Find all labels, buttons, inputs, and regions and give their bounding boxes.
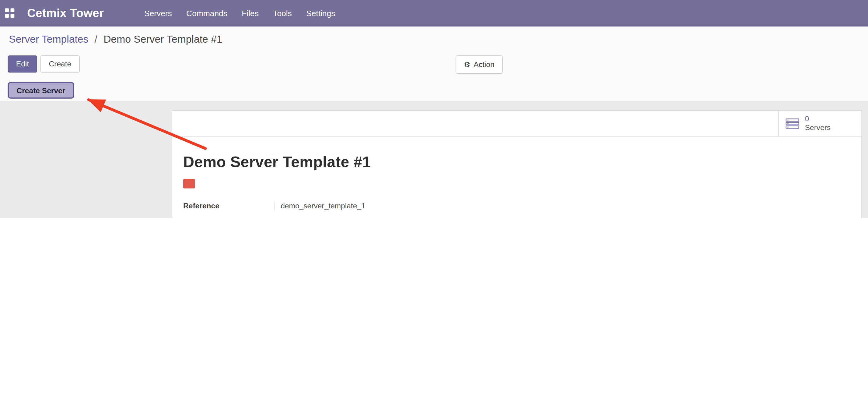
breadcrumb-current: Demo Server Template #1 <box>103 33 222 45</box>
nav-item-commands[interactable]: Commands <box>179 0 234 27</box>
button-box: 0 Servers <box>172 111 862 137</box>
reference-label: Reference <box>183 202 275 210</box>
create-server-button[interactable]: Create Server <box>8 82 74 99</box>
edit-button[interactable]: Edit <box>8 55 37 73</box>
servers-stat-text: 0 Servers <box>805 115 831 133</box>
action-button-label: Action <box>473 60 494 68</box>
servers-stat-button[interactable]: 0 Servers <box>778 111 861 137</box>
nav-item-tools[interactable]: Tools <box>266 0 299 27</box>
record-title: Demo Server Template #1 <box>183 153 850 171</box>
record-buttons: Edit Create <box>8 55 80 73</box>
action-button[interactable]: ⚙ Action <box>456 55 503 74</box>
reference-value: demo_server_template_1 <box>275 202 365 210</box>
nav-item-servers[interactable]: Servers <box>137 0 179 27</box>
top-navbar: Cetmix Tower Servers Commands Files Tool… <box>0 0 868 27</box>
color-swatch[interactable] <box>183 179 195 188</box>
create-button[interactable]: Create <box>40 55 80 73</box>
sheet-body: Demo Server Template #1 Reference demo_s… <box>172 137 862 218</box>
content-area: 0 Servers Demo Server Template #1 Refere… <box>0 102 868 218</box>
servers-icon <box>785 118 800 129</box>
nav-item-files[interactable]: Files <box>235 0 266 27</box>
breadcrumb-parent-link[interactable]: Server Templates <box>9 33 88 45</box>
apps-menu-icon[interactable] <box>5 8 15 18</box>
gear-icon: ⚙ <box>464 60 470 68</box>
page: Cetmix Tower Servers Commands Files Tool… <box>0 0 868 218</box>
servers-count-label: Servers <box>805 124 831 133</box>
main-menu: Servers Commands Files Tools Settings <box>137 0 342 27</box>
reference-field-row: Reference demo_server_template_1 <box>183 202 850 210</box>
nav-item-settings[interactable]: Settings <box>299 0 342 27</box>
action-menu-wrap: ⚙ Action <box>456 55 503 74</box>
breadcrumb-separator: / <box>95 33 97 45</box>
form-sheet: 0 Servers Demo Server Template #1 Refere… <box>172 110 862 218</box>
servers-count: 0 <box>805 115 831 123</box>
control-panel: Server Templates / Demo Server Template … <box>0 27 868 102</box>
brand-title[interactable]: Cetmix Tower <box>27 7 104 20</box>
breadcrumb: Server Templates / Demo Server Template … <box>9 33 222 46</box>
